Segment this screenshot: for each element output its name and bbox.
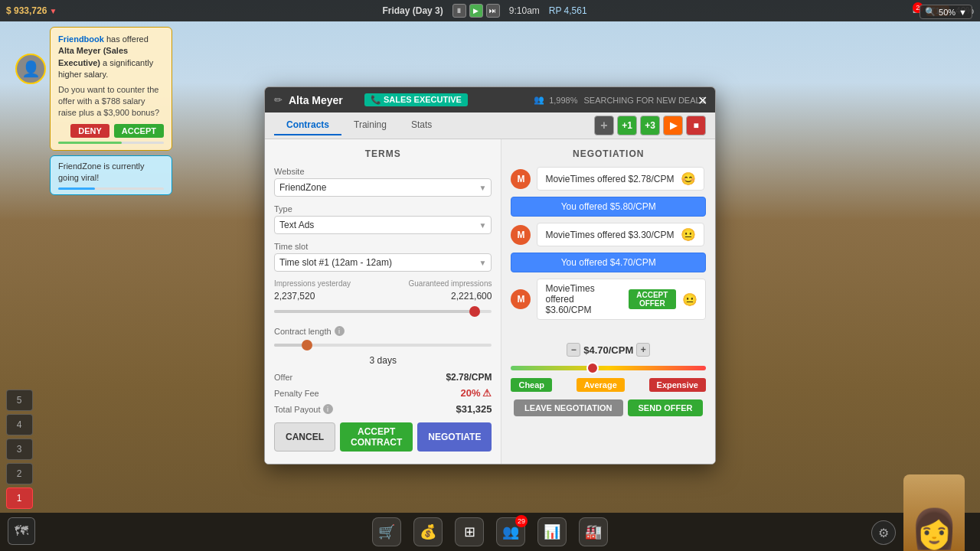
offer-bubble-1: M MovieTimes offered $2.78/CPM 😊 [511, 167, 706, 191]
contract-modal: ✏ Alta Meyer 📞 SALES EXECUTIVE 👥 1,998% … [264, 86, 716, 465]
impressions-yesterday-val: 2,237,520 [274, 291, 315, 302]
movietimes-icon-3: M [511, 225, 531, 245]
price-slider-thumb[interactable] [586, 362, 599, 374]
total-info-icon[interactable]: i [323, 404, 333, 414]
offer-bubble-2: You offered $5.80/CPM [511, 197, 706, 217]
modal-header-right: 👥 1,998% SEARCHING FOR NEW DEALS [534, 95, 706, 105]
price-slider-section: − $4.70/CPM + Cheap Average Expensive [511, 343, 706, 392]
contract-length-label: Contract length i [274, 326, 492, 336]
terms-footer-buttons: CANCEL ACCEPT CONTRACT NEGOTIATE [274, 422, 492, 455]
negotiation-action-buttons: LEAVE NEGOTIATION SEND OFFER [511, 399, 706, 416]
type-select-arrow: ▼ [479, 221, 487, 230]
slider-fill [274, 310, 475, 313]
penalty-warning-icon: ⚠ [482, 387, 492, 399]
modal-close-button[interactable]: ✕ [697, 93, 707, 107]
slider-track [274, 310, 492, 313]
emoji-5: 😐 [682, 292, 697, 307]
impressions-headers: Impressions yesterday Guaranteed impress… [274, 279, 492, 288]
price-plus-button[interactable]: + [636, 343, 650, 357]
offer-text-1: MovieTimes offered $2.78/CPM 😊 [537, 167, 704, 191]
penalty-row: Penalty Fee 20% ⚠ [274, 387, 492, 399]
searching-text: SEARCHING FOR NEW DEALS [583, 96, 706, 105]
offer-text-2: You offered $5.80/CPM [511, 197, 706, 217]
modal-title: Alta Meyer [289, 94, 343, 106]
impressions-values: 2,237,520 2,221,600 [274, 291, 492, 302]
terms-header: TERMS [274, 148, 492, 159]
timeslot-select[interactable]: Time slot #1 (12am - 12am) ▼ [274, 253, 492, 272]
emoji-1: 😊 [681, 171, 696, 186]
penalty-label: Penalty Fee [274, 389, 319, 398]
type-label: Type [274, 204, 492, 214]
negotiation-header: NEGOTIATION [511, 148, 706, 159]
modal-body: TERMS Website FriendZone ▼ Type Text Ads… [265, 139, 715, 464]
movietimes-icon-1: M [511, 169, 531, 189]
modal-toolbar: Contracts Training Stats + +1 +3 ▶ ■ [265, 112, 715, 139]
website-select[interactable]: FriendZone ▼ [274, 178, 492, 197]
label-cheap: Cheap [511, 378, 552, 392]
modal-role-badge: 📞 SALES EXECUTIVE [364, 93, 468, 106]
timeslot-arrow: ▼ [479, 259, 487, 267]
offer-row: Offer $2.78/CPM [274, 372, 492, 383]
negotiate-button[interactable]: NEGOTIATE [417, 422, 492, 452]
price-display: − $4.70/CPM + [511, 343, 706, 357]
modal-tabs: Contracts Training Stats [274, 116, 444, 135]
impressions-section: Impressions yesterday Guaranteed impress… [274, 279, 492, 318]
modal-header: ✏ Alta Meyer 📞 SALES EXECUTIVE 👥 1,998% … [265, 87, 715, 112]
website-label: Website [274, 167, 492, 176]
timeslot-label: Time slot [274, 242, 492, 251]
total-value: $31,325 [456, 403, 492, 415]
contract-days: 3 days [274, 355, 492, 366]
tab-contracts[interactable]: Contracts [274, 116, 341, 135]
slider-thumb[interactable] [469, 306, 480, 317]
negotiation-panel: NEGOTIATION M MovieTimes offered $2.78/C… [501, 139, 715, 464]
price-labels: Cheap Average Expensive [511, 378, 706, 392]
contract-length-slider[interactable] [274, 338, 492, 352]
offer-bubble-5: M MovieTimes offered $3.60/CPM ACCEPT OF… [511, 279, 706, 320]
type-select[interactable]: Text Ads ▼ [274, 216, 492, 234]
movietimes-icon-5: M [511, 289, 531, 309]
current-price: $4.70/CPM [583, 344, 633, 356]
price-minus-button[interactable]: − [567, 343, 580, 357]
timeslot-row: Time slot Time slot #1 (12am - 12am) ▼ [274, 242, 492, 272]
negotiation-scroll[interactable]: M MovieTimes offered $2.78/CPM 😊 You off… [511, 167, 706, 335]
contract-length-info-icon[interactable]: i [335, 326, 345, 336]
offer-text-5: MovieTimes offered $3.60/CPM ACCEPT OFFE… [537, 279, 706, 320]
total-row: Total Payout i $31,325 [274, 403, 492, 415]
accept-offer-button[interactable]: ACCEPT OFFER [629, 289, 676, 309]
add-button[interactable]: + [594, 116, 614, 135]
accept-contract-button[interactable]: ACCEPT CONTRACT [340, 422, 413, 452]
tab-stats[interactable]: Stats [399, 116, 444, 135]
type-row: Type Text Ads ▼ [274, 204, 492, 234]
modal-action-buttons: + +1 +3 ▶ ■ [594, 116, 706, 135]
modal-overlay: ✏ Alta Meyer 📞 SALES EXECUTIVE 👥 1,998% … [0, 0, 980, 551]
cancel-button[interactable]: CANCEL [274, 422, 335, 452]
label-average: Average [577, 378, 625, 392]
offer-bubble-3: M MovieTimes offered $3.30/CPM 😐 [511, 223, 706, 246]
label-expensive: Expensive [649, 378, 706, 392]
impressions-slider[interactable] [274, 305, 492, 318]
stop-button[interactable]: ■ [686, 116, 706, 135]
leave-negotiation-button[interactable]: LEAVE NEGOTIATION [514, 399, 623, 416]
plus3-button[interactable]: +3 [640, 116, 660, 135]
offer-value: $2.78/CPM [446, 372, 492, 383]
offer-text-3: MovieTimes offered $3.30/CPM 😐 [537, 223, 704, 246]
total-label: Total Payout i [274, 404, 333, 414]
offer-label: Offer [274, 373, 292, 382]
select-arrow-icon: ▼ [479, 184, 487, 192]
price-slider-bg [511, 366, 706, 370]
offer-bubble-4: You offered $4.70/CPM [511, 253, 706, 272]
forward-button[interactable]: ▶ [663, 116, 683, 135]
website-row: Website FriendZone ▼ [274, 167, 492, 197]
tab-training[interactable]: Training [341, 116, 399, 135]
contract-slider-thumb[interactable] [302, 340, 312, 350]
plus1-button[interactable]: +1 [617, 116, 637, 135]
penalty-value: 20% ⚠ [460, 387, 492, 399]
price-slider[interactable] [511, 361, 706, 375]
send-offer-button[interactable]: SEND OFFER [628, 399, 704, 416]
modal-stats: 👥 1,998% [534, 95, 577, 105]
emoji-3: 😐 [681, 227, 696, 242]
impressions-guaranteed-val: 2,221,600 [451, 291, 492, 302]
contract-length-row: Contract length i 3 days [274, 326, 492, 366]
terms-panel: TERMS Website FriendZone ▼ Type Text Ads… [265, 139, 501, 464]
offer-text-4: You offered $4.70/CPM [511, 253, 706, 272]
